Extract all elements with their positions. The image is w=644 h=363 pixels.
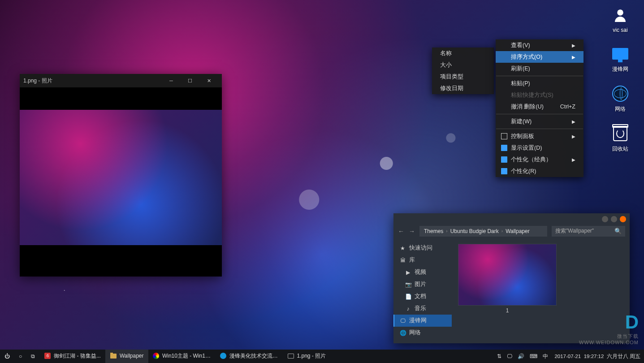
desktop-icon-label: 漫锋网 [612,65,628,73]
file-thumbnail[interactable] [458,244,557,306]
monitor-icon: 🖵 [400,318,406,324]
menu-new[interactable]: 新建(W)▶ [496,116,583,127]
desktop-icon-user[interactable]: vic sai [605,6,636,33]
menu-personalize-classic[interactable]: 个性化（经典）▶ [496,154,583,165]
breadcrumb-item[interactable]: Ubuntu Budgie Dark [450,228,499,234]
forward-button[interactable]: → [409,228,415,235]
menu-undo[interactable]: 撤消 删除(U)Ctrl+Z [496,101,583,112]
folder-icon [110,352,117,359]
sidebar-documents[interactable]: 📄文档 [393,290,452,302]
app-icon [153,352,160,359]
taskbar-task[interactable]: Wallpaper [105,350,148,363]
sidebar-library[interactable]: 🏛库 [393,254,452,266]
globe-icon [611,85,629,103]
maximize-button[interactable] [611,216,617,222]
watermark-text: 微当下载 [579,333,639,340]
sidebar-network[interactable]: 🌐网络 [393,327,452,339]
music-icon: ♪ [405,306,411,312]
desktop-context-menu: 查看(V)▶ 排序方式(O)▶ 刷新(E) 粘贴(P) 粘贴快捷方式(S) 撤消… [496,39,583,177]
sort-by-type[interactable]: 项目类型 [432,71,494,82]
breadcrumb-item[interactable]: Wallpaper [506,228,530,234]
shortcut-key: Ctrl+Z [560,104,575,110]
desktop-icon-label: 回收站 [612,145,628,153]
search-input[interactable]: 搜索"Wallpaper" 🔍 [552,226,625,237]
desktop-icon-recycle-bin[interactable]: 回收站 [605,125,636,153]
menu-paste[interactable]: 粘贴(P) [496,78,583,89]
desktop-icon-network[interactable]: 网络 [605,85,636,113]
task-view-button[interactable]: ⧉ [26,350,39,363]
menu-sort[interactable]: 排序方式(O)▶ [496,51,583,63]
watermark-url: WWW.WEIDOWN.COM [579,340,639,345]
minimize-button[interactable]: ─ [162,74,181,87]
sort-by-size[interactable]: 大小 [432,59,494,71]
monitor-icon [501,168,507,174]
photo-viewer-titlebar[interactable]: 1.png - 照片 ─ ☐ ✕ [20,74,222,87]
chevron-right-icon: › [446,229,447,233]
chevron-right-icon: ▶ [572,134,575,139]
breadcrumb[interactable]: Themes› Ubuntu Budgie Dark› Wallpaper [419,226,547,237]
sort-by-date[interactable]: 修改日期 [432,82,494,94]
sidebar-videos[interactable]: ▶视频 [393,266,452,278]
sort-by-name[interactable]: 名称 [432,48,494,59]
camera-icon: 📷 [405,281,411,288]
globe-icon: 🌐 [400,330,406,336]
explorer-nav-bar: ← → Themes› Ubuntu Budgie Dark› Wallpape… [393,225,630,238]
desktop-icons: vic sai 漫锋网 网络 回收站 [605,6,636,153]
menu-personalize[interactable]: 个性化(R) [496,165,583,177]
watermark-logo: D [579,311,639,333]
control-panel-icon [501,133,507,139]
sidebar-pictures[interactable]: 📷图片 [393,278,452,290]
desktop-icon-label: vic sai [613,27,627,33]
system-tray: ⇅ 🖵 🔊 ⌨ 中 2017-07-21 19:27:12 六月廿八 周五 [494,350,644,363]
window-title: 1.png - 照片 [23,77,52,85]
watermark: D 微当下载 WWW.WEIDOWN.COM [579,311,639,345]
start-button[interactable]: ⏻ [0,350,14,363]
menu-view[interactable]: 查看(V)▶ [496,39,583,51]
star-icon: ★ [400,245,406,251]
file-label: 1 [458,307,557,314]
tray-ime-indicator[interactable]: 中 [540,353,551,360]
tray-keyboard-icon[interactable]: ⌨ [527,353,540,359]
tray-monitor-icon[interactable]: 🖵 [504,353,515,359]
menu-refresh[interactable]: 刷新(E) [496,63,583,74]
tray-network-icon[interactable]: ⇅ [494,353,504,359]
search-icon: 🔍 [614,228,622,234]
video-icon: ▶ [405,269,411,276]
chevron-right-icon: › [501,229,503,233]
monitor-icon [611,45,629,63]
sidebar-site[interactable]: 🖵漫锋网 [393,315,452,327]
task-view-icon: ⧉ [31,353,35,359]
circle-icon: ○ [19,353,22,359]
menu-display-settings[interactable]: 显示设置(D) [496,142,583,154]
desktop-icon-site[interactable]: 漫锋网 [605,45,636,73]
photo-viewer-image[interactable] [20,110,222,245]
app-icon: б [44,352,51,359]
back-button[interactable]: ← [398,228,404,235]
chevron-right-icon: ▶ [572,43,575,48]
photo-viewer-window: 1.png - 照片 ─ ☐ ✕ [20,74,222,277]
sidebar-quick-access[interactable]: ★快速访问 [393,242,452,254]
library-icon: 🏛 [400,257,406,264]
taskbar-task[interactable]: б御剑江湖 - 骆集益... [39,350,105,363]
desktop-icon-label: 网络 [615,105,626,113]
chevron-right-icon: ▶ [572,119,575,124]
explorer-sidebar: ★快速访问 🏛库 ▶视频 📷图片 📄文档 ♪音乐 🖵漫锋网 🌐网络 [393,238,452,343]
breadcrumb-item[interactable]: Themes [424,228,443,234]
menu-control-panel[interactable]: 控制面板▶ [496,130,583,142]
maximize-button[interactable]: ☐ [181,74,199,87]
document-icon: 📄 [405,294,411,300]
menu-separator [496,114,583,114]
taskbar-clock[interactable]: 2017-07-21 19:27:12 六月廿八 周五 [551,353,644,360]
taskbar-task[interactable]: 漫锋美化技术交流群II [216,350,283,363]
power-icon: ⏻ [4,353,10,359]
sidebar-music[interactable]: ♪音乐 [393,302,452,315]
close-button[interactable] [620,216,626,222]
taskbar-task[interactable]: Win10主题 - Win10... [148,350,216,363]
tray-volume-icon[interactable]: 🔊 [515,353,527,359]
close-button[interactable]: ✕ [199,74,218,87]
explorer-titlebar[interactable] [393,213,630,225]
taskbar-task[interactable]: 1.png - 照片 [283,350,331,363]
minimize-button[interactable] [602,216,608,222]
taskbar: ⏻ ○ ⧉ б御剑江湖 - 骆集益... Wallpaper Win10主题 -… [0,350,644,363]
cortana-button[interactable]: ○ [14,350,26,363]
